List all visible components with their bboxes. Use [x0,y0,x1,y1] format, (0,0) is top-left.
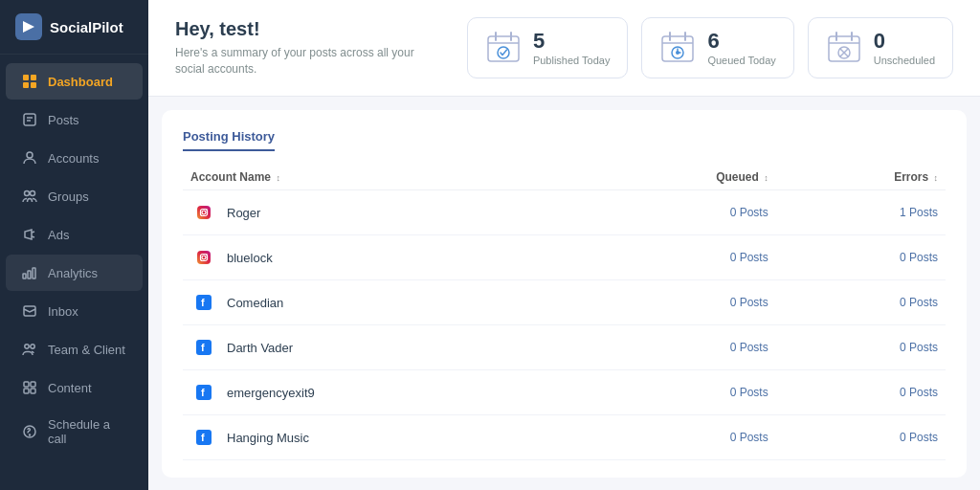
account-name: Roger [227,206,260,220]
queued-value: 0 Posts [583,370,776,415]
table-row: f emergencyexit9 0 Posts0 Posts [183,370,946,415]
table-row: f Darth Vader 0 Posts0 Posts [183,325,946,370]
unscheduled-icon [826,30,862,66]
sidebar-nav: Dashboard Posts Accounts [0,55,148,490]
svg-rect-49 [197,251,211,264]
sidebar-item-groups[interactable]: Groups [6,178,143,214]
main-content: Hey, test! Here's a summary of your post… [148,0,980,490]
sidebar-item-team-client[interactable]: Team & Client [6,331,143,368]
svg-line-12 [32,236,34,237]
stat-card-unscheduled: 0 Unscheduled [808,17,953,78]
team-icon [21,341,38,358]
sidebar-item-inbox[interactable]: Inbox [6,293,143,329]
stat-info-queued: 6 Queued Today [707,31,775,66]
app-name: SocialPilot [50,19,123,35]
svg-point-48 [206,209,208,211]
greeting-title: Hey, test! [175,18,448,40]
sidebar: SocialPilot Dashboard [0,0,148,490]
svg-point-24 [30,434,31,435]
inbox-icon [21,302,38,320]
queued-value: 0 Posts [583,190,776,235]
svg-point-9 [25,191,30,196]
svg-rect-4 [31,82,36,88]
account-sort-icon: ↕ [276,173,280,183]
sidebar-item-content[interactable]: Content [6,369,143,406]
schedule-call-label: Schedule a call [48,417,127,446]
ads-label: Ads [48,228,69,242]
queued-value: 0 Posts [583,280,776,325]
posts-label: Posts [48,113,79,127]
account-name: bluelock [227,251,273,265]
account-name: Darth Vader [227,341,293,355]
svg-rect-15 [33,268,35,278]
col-queued[interactable]: Queued ↕ [583,165,776,190]
account-cell: f Darth Vader [183,325,583,370]
table-row: f Comedian 0 Posts0 Posts [183,280,946,325]
sidebar-item-schedule-call[interactable]: Schedule a call [6,408,143,456]
queued-icon [659,30,696,66]
sidebar-item-accounts[interactable]: Accounts [6,140,143,176]
svg-rect-38 [829,36,859,61]
team-client-label: Team & Client [48,343,125,357]
svg-marker-0 [23,21,34,33]
analytics-icon [21,264,38,281]
stat-info-unscheduled: 0 Unscheduled [874,31,935,66]
greeting-subtitle: Here's a summary of your posts across al… [175,45,424,78]
table-row: Roger 0 Posts1 Posts [183,190,946,235]
content-label: Content [48,381,92,395]
svg-rect-13 [23,274,26,278]
svg-rect-2 [31,75,36,80]
account-cell: f Hanging Music [183,415,583,460]
col-errors[interactable]: Errors ↕ [776,165,946,190]
errors-value: 0 Posts [776,415,946,460]
errors-sort-icon: ↕ [934,173,939,183]
content-icon [21,379,38,396]
errors-value: 0 Posts [776,325,946,370]
svg-point-17 [25,345,29,348]
instagram-icon [190,199,217,226]
errors-value: 0 Posts [776,280,946,325]
analytics-label: Analytics [48,266,98,280]
svg-text:f: f [201,342,205,353]
stat-cards: 5 Published Today [467,17,953,78]
sidebar-item-ads[interactable]: Ads [6,216,143,253]
schedule-call-icon [21,423,38,440]
table-row: bluelock 0 Posts0 Posts [183,235,946,280]
facebook-icon: f [190,334,217,361]
groups-icon [21,188,38,205]
ads-icon [21,226,38,243]
svg-rect-1 [23,75,29,80]
svg-text:f: f [201,432,205,443]
sidebar-item-analytics[interactable]: Analytics [6,255,143,291]
facebook-icon: f [190,424,217,451]
dashboard-label: Dashboard [48,75,113,89]
account-cell: Roger [183,190,583,235]
svg-rect-22 [31,389,35,393]
dashboard-icon [21,73,38,90]
svg-rect-45 [197,206,211,219]
account-name: Comedian [227,296,283,310]
svg-rect-16 [24,306,35,316]
svg-point-8 [27,152,33,158]
sidebar-item-dashboard[interactable]: Dashboard [6,63,143,100]
queued-label: Queued Today [707,55,775,66]
account-cell: bluelock [183,235,583,280]
svg-text:f: f [201,387,205,398]
account-name: Hanging Music [227,431,309,445]
col-account-name[interactable]: Account Name ↕ [183,165,583,190]
svg-point-29 [498,47,509,58]
greeting-area: Hey, test! Here's a summary of your post… [175,18,448,78]
queued-number: 6 [707,31,775,52]
sidebar-logo: SocialPilot [0,0,148,55]
unscheduled-label: Unscheduled [874,55,935,66]
posting-history-tab[interactable]: Posting History [183,129,275,151]
posts-icon [21,111,38,128]
svg-rect-3 [23,82,29,88]
queued-value: 0 Posts [583,415,776,460]
queued-value: 0 Posts [583,325,776,370]
svg-rect-19 [24,382,29,387]
svg-rect-14 [28,271,31,278]
header-section: Hey, test! Here's a summary of your post… [148,0,980,97]
posting-history-section: Posting History Account Name ↕ Queued ↕ … [162,110,967,478]
sidebar-item-posts[interactable]: Posts [6,101,143,138]
